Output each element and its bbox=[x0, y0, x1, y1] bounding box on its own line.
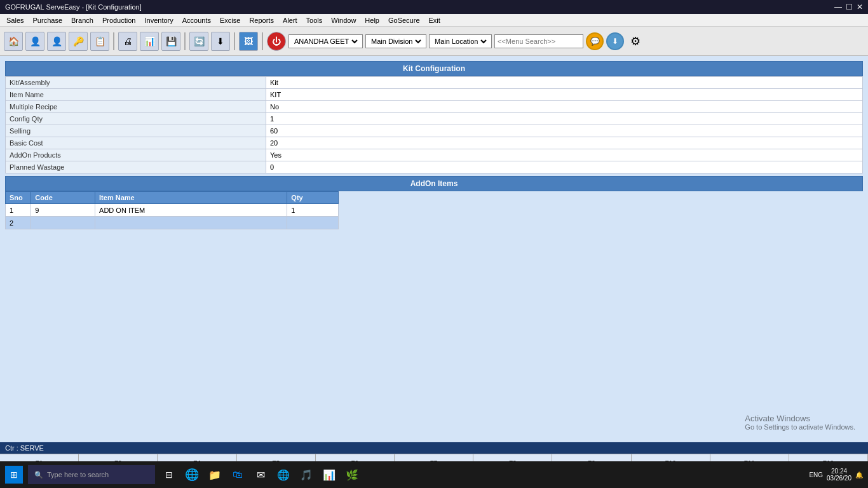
toolbar-icon-7[interactable]: 💾 bbox=[161, 32, 180, 51]
main-content: Kit Configuration Kit/AssemblyKitItem Na… bbox=[0, 56, 868, 442]
menu-production[interactable]: Production bbox=[98, 15, 140, 25]
toolbar-icon-5[interactable]: 📋 bbox=[90, 32, 109, 51]
addon-sno: 1 bbox=[6, 204, 31, 217]
taskbar-search[interactable]: 🔍 Type here to search bbox=[28, 465, 155, 484]
addon-qty: 1 bbox=[287, 204, 339, 217]
folder-icon[interactable]: 📁 bbox=[206, 466, 224, 484]
location-select[interactable]: Main Location bbox=[432, 37, 489, 46]
col-sno: Sno bbox=[6, 192, 31, 204]
menu-alert[interactable]: Alert bbox=[279, 15, 301, 25]
separator-3 bbox=[234, 32, 235, 50]
addon-item-name: ADD ON ITEM bbox=[95, 204, 287, 217]
addon-item-name bbox=[95, 217, 287, 229]
toolbar-icon-9[interactable]: ⬇ bbox=[211, 32, 230, 51]
division-dropdown[interactable]: Main Division bbox=[365, 34, 426, 48]
minimize-btn[interactable]: — bbox=[834, 3, 842, 11]
menu-gosecure[interactable]: GoSecure bbox=[384, 15, 424, 25]
config-value: 60 bbox=[266, 125, 863, 137]
company-select[interactable]: ANANDHA GEET bbox=[292, 37, 360, 46]
config-value: Kit bbox=[266, 77, 863, 89]
power-icon[interactable]: ⏻ bbox=[267, 32, 286, 51]
config-label: AddOn Products bbox=[6, 149, 266, 161]
chat-icon[interactable]: 💬 bbox=[586, 32, 604, 50]
config-label: Config Qty bbox=[6, 113, 266, 125]
window-controls[interactable]: — ☐ ✕ bbox=[834, 3, 863, 11]
config-row: Planned Wastage0 bbox=[6, 161, 863, 173]
col-qty: Qty bbox=[287, 192, 339, 204]
config-label: Planned Wastage bbox=[6, 161, 266, 173]
menu-purchase[interactable]: Purchase bbox=[29, 15, 66, 25]
addon-sno: 2 bbox=[6, 217, 31, 229]
config-value: KIT bbox=[266, 89, 863, 101]
addon-code: 9 bbox=[31, 204, 95, 217]
menu-sales[interactable]: Sales bbox=[3, 15, 28, 25]
location-dropdown[interactable]: Main Location bbox=[429, 34, 492, 48]
task-view-btn[interactable]: ⊟ bbox=[160, 466, 178, 484]
col-item-name: Item Name bbox=[95, 192, 287, 204]
kit-config-header: Kit Configuration bbox=[5, 61, 863, 76]
toolbar-icon-4[interactable]: 🔑 bbox=[69, 32, 88, 51]
toolbar-icon-3[interactable]: 👤 bbox=[47, 32, 66, 51]
division-select[interactable]: Main Division bbox=[369, 37, 423, 46]
toolbar-icon-1[interactable]: 🏠 bbox=[4, 32, 23, 51]
menu-exit[interactable]: Exit bbox=[425, 15, 444, 25]
menu-tools[interactable]: Tools bbox=[302, 15, 327, 25]
app1-icon[interactable]: 📊 bbox=[320, 466, 338, 484]
edge-icon[interactable]: 🌐 bbox=[183, 466, 201, 484]
company-dropdown[interactable]: ANANDHA GEET bbox=[288, 34, 363, 48]
browser-icon[interactable]: 🌐 bbox=[275, 466, 292, 484]
menu-inventory[interactable]: Inventory bbox=[140, 15, 177, 25]
taskbar-time-date: 20:24 03/26/20 bbox=[827, 468, 851, 482]
toolbar-icon-6[interactable]: 📊 bbox=[140, 32, 159, 51]
config-label: Basic Cost bbox=[6, 137, 266, 149]
addon-row[interactable]: 1 9 ADD ON ITEM 1 bbox=[6, 204, 339, 217]
config-value: 1 bbox=[266, 113, 863, 125]
download-icon[interactable]: ⬇ bbox=[606, 32, 624, 50]
config-row: Selling60 bbox=[6, 125, 863, 137]
windows-start-btn[interactable]: ⊞ bbox=[5, 466, 23, 484]
media-icon[interactable]: 🎵 bbox=[297, 466, 315, 484]
menu-search-input[interactable] bbox=[494, 34, 583, 48]
addon-items-header: AddOn Items bbox=[5, 176, 863, 191]
addon-row[interactable]: 2 bbox=[6, 217, 339, 229]
config-row: Multiple RecipeNo bbox=[6, 101, 863, 113]
notification-icon[interactable]: 🔔 bbox=[855, 471, 863, 478]
store-icon[interactable]: 🛍 bbox=[229, 466, 247, 484]
config-row: Basic Cost20 bbox=[6, 137, 863, 149]
title-bar: GOFRUGAL ServeEasy - [Kit Configuration]… bbox=[0, 0, 868, 14]
close-btn[interactable]: ✕ bbox=[857, 3, 863, 11]
kit-config-table: Kit/AssemblyKitItem NameKITMultiple Reci… bbox=[5, 76, 863, 173]
addon-code bbox=[31, 217, 95, 229]
settings-icon[interactable]: ⚙ bbox=[627, 32, 644, 50]
config-label: Kit/Assembly bbox=[6, 77, 266, 89]
config-label: Multiple Recipe bbox=[6, 101, 266, 113]
menu-excise[interactable]: Excise bbox=[216, 15, 244, 25]
menu-accounts[interactable]: Accounts bbox=[179, 15, 215, 25]
config-label: Item Name bbox=[6, 89, 266, 101]
menu-reports[interactable]: Reports bbox=[245, 15, 278, 25]
separator-4 bbox=[262, 32, 263, 50]
config-row: AddOn ProductsYes bbox=[6, 149, 863, 161]
toolbar-icon-8[interactable]: 🔄 bbox=[189, 32, 208, 51]
toolbar-icon-print[interactable]: 🖨 bbox=[118, 32, 137, 51]
maximize-btn[interactable]: ☐ bbox=[846, 3, 853, 11]
mail-icon[interactable]: ✉ bbox=[252, 466, 269, 484]
menu-help[interactable]: Help bbox=[361, 15, 383, 25]
toolbar-icon-image[interactable]: 🖼 bbox=[239, 32, 258, 51]
taskbar-left: ⊞ 🔍 Type here to search ⊟ 🌐 📁 🛍 ✉ 🌐 🎵 📊 … bbox=[5, 465, 361, 484]
config-row: Config Qty1 bbox=[6, 113, 863, 125]
app-title: GOFRUGAL ServeEasy - [Kit Configuration] bbox=[5, 3, 142, 11]
taskbar: ⊞ 🔍 Type here to search ⊟ 🌐 📁 🛍 ✉ 🌐 🎵 📊 … bbox=[0, 461, 868, 488]
toolbar: 🏠 👤 👤 🔑 📋 🖨 📊 💾 🔄 ⬇ 🖼 ⏻ ANANDHA GEET Mai… bbox=[0, 27, 868, 56]
config-value: 20 bbox=[266, 137, 863, 149]
separator-2 bbox=[184, 32, 186, 50]
addon-qty bbox=[287, 217, 339, 229]
toolbar-icon-2[interactable]: 👤 bbox=[25, 32, 44, 51]
separator-1 bbox=[113, 32, 114, 50]
taskbar-lang: ENG bbox=[809, 471, 823, 478]
menu-window[interactable]: Window bbox=[327, 15, 360, 25]
app2-icon[interactable]: 🌿 bbox=[343, 466, 361, 484]
menu-branch[interactable]: Branch bbox=[67, 15, 97, 25]
config-value: 0 bbox=[266, 161, 863, 173]
menu-bar: Sales Purchase Branch Production Invento… bbox=[0, 14, 868, 27]
